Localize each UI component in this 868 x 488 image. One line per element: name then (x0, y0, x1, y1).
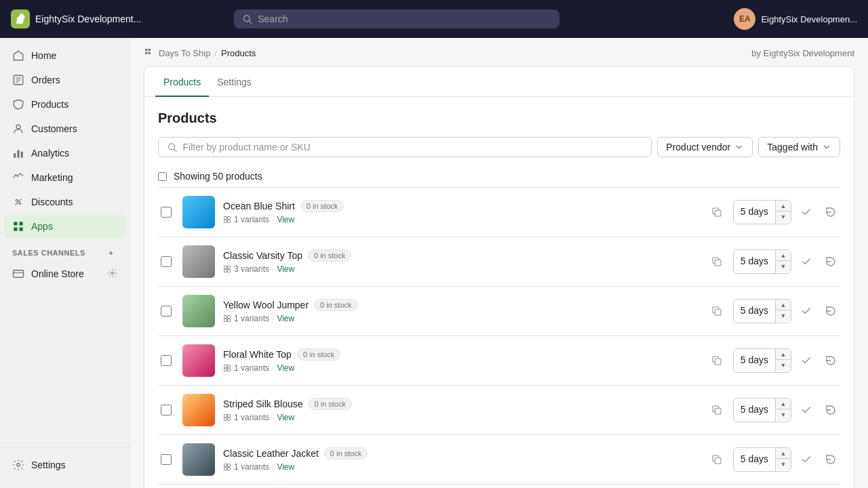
copy-button-3[interactable] (706, 350, 728, 371)
days-increase-2[interactable]: ▲ (776, 300, 791, 310)
add-sales-channel-button[interactable]: + (105, 247, 117, 259)
sidebar-item-online-store[interactable]: Online Store (4, 262, 125, 285)
settings-icon (12, 459, 24, 471)
product-checkbox-4[interactable] (158, 405, 174, 415)
svg-rect-15 (14, 228, 17, 231)
reset-button-5[interactable] (821, 450, 840, 469)
reset-button-4[interactable] (821, 401, 840, 420)
customers-icon (12, 123, 24, 135)
days-value: 5 days (734, 448, 776, 470)
copy-button-2[interactable] (706, 300, 728, 322)
online-store-settings-icon[interactable] (108, 268, 117, 280)
svg-rect-45 (228, 369, 231, 371)
tagged-with-filter[interactable]: Tagged with (758, 137, 840, 157)
svg-rect-17 (14, 270, 24, 278)
tab-settings[interactable]: Settings (209, 67, 260, 97)
product-vendor-filter[interactable]: Product vendor (657, 137, 753, 157)
product-checkbox-2[interactable] (158, 306, 174, 317)
svg-line-1 (250, 21, 252, 23)
svg-rect-52 (224, 464, 227, 467)
product-filter-input[interactable] (182, 142, 643, 152)
variant-count: 3 variants (234, 264, 269, 274)
days-decrease-0[interactable]: ▼ (776, 211, 791, 222)
view-link[interactable]: View (277, 462, 294, 472)
view-link[interactable]: View (277, 264, 294, 274)
reset-button-2[interactable] (821, 302, 840, 321)
product-controls-0: 5 days ▲ ▼ (706, 200, 840, 224)
svg-rect-53 (228, 464, 231, 467)
reset-button-1[interactable] (821, 252, 840, 271)
copy-button-0[interactable] (706, 201, 728, 223)
search-bar[interactable] (234, 9, 559, 28)
days-decrease-4[interactable]: ▼ (776, 409, 791, 420)
svg-rect-48 (228, 415, 231, 418)
days-increase-4[interactable]: ▲ (776, 399, 791, 409)
sidebar-item-products[interactable]: Products (4, 93, 125, 116)
sidebar-item-apps[interactable]: Apps (4, 215, 125, 238)
stock-badge: 0 in stock (300, 200, 344, 212)
breadcrumb-parent[interactable]: Days To Ship (159, 48, 210, 58)
product-checkbox-3[interactable] (158, 355, 174, 366)
confirm-button-0[interactable] (797, 203, 816, 222)
days-decrease-3[interactable]: ▼ (776, 360, 791, 371)
store-name-right: EightySix Developmen... (761, 14, 857, 24)
copy-button-1[interactable] (706, 251, 728, 272)
confirm-button-4[interactable] (797, 401, 816, 420)
products-list: Ocean Blue Shirt 0 in stock 1 variants ·… (158, 188, 840, 488)
sidebar-item-marketing[interactable]: Marketing (4, 166, 125, 189)
view-link[interactable]: View (277, 413, 294, 422)
view-link[interactable]: View (277, 215, 294, 224)
days-increase-5[interactable]: ▲ (776, 448, 791, 459)
days-decrease-1[interactable]: ▼ (776, 261, 791, 272)
sidebar-item-orders[interactable]: Orders (4, 68, 125, 92)
copy-button-4[interactable] (706, 399, 728, 421)
days-increase-3[interactable]: ▲ (776, 349, 791, 360)
copy-button-5[interactable] (706, 449, 728, 470)
days-decrease-5[interactable]: ▼ (776, 459, 791, 470)
product-checkbox-1[interactable] (158, 256, 174, 267)
reset-button-3[interactable] (821, 351, 840, 370)
product-checkbox-5[interactable] (158, 454, 174, 465)
store-name: EightySix Development... (35, 14, 141, 24)
sidebar-item-analytics[interactable]: Analytics (4, 142, 125, 165)
days-increase-0[interactable]: ▲ (776, 201, 791, 211)
sidebar-item-customers[interactable]: Customers (4, 117, 125, 140)
confirm-button-5[interactable] (797, 450, 816, 469)
product-search-filter[interactable] (158, 137, 652, 157)
store-logo[interactable]: EightySix Development... (11, 9, 141, 28)
variant-icon (223, 463, 231, 471)
svg-rect-33 (228, 266, 231, 269)
svg-rect-40 (228, 319, 231, 322)
confirm-button-3[interactable] (797, 351, 816, 370)
view-link[interactable]: View (277, 363, 294, 373)
days-increase-1[interactable]: ▲ (776, 250, 791, 261)
sidebar-item-home[interactable]: Home (4, 44, 125, 67)
tab-products[interactable]: Products (155, 67, 209, 97)
search-input[interactable] (258, 14, 551, 24)
breadcrumb: Days To Ship / Products (144, 47, 256, 58)
discounts-icon (12, 196, 24, 208)
table-row: Classic Leather Jacket 0 in stock 1 vari… (158, 435, 840, 485)
svg-rect-51 (715, 408, 721, 414)
reset-button-0[interactable] (821, 203, 840, 222)
svg-rect-54 (224, 468, 227, 470)
view-link[interactable]: View (277, 314, 294, 323)
confirm-button-2[interactable] (797, 302, 816, 321)
avatar[interactable]: EA (734, 8, 755, 30)
sidebar-item-settings[interactable]: Settings (4, 453, 125, 476)
product-name: Yellow Wool Jumper (223, 300, 309, 310)
topnav: EightySix Development... EA EightySix De… (0, 0, 868, 38)
confirm-button-1[interactable] (797, 252, 816, 271)
svg-rect-47 (224, 415, 227, 418)
sidebar-item-discounts[interactable]: Discounts (4, 190, 125, 214)
product-checkbox-0[interactable] (158, 207, 174, 218)
select-all-checkbox[interactable] (158, 172, 167, 181)
variant-count: 1 variants (234, 363, 269, 373)
product-info-1: Classic Varsity Top 0 in stock 3 variant… (223, 249, 698, 274)
stock-badge: 0 in stock (308, 249, 351, 262)
sidebar-label-settings: Settings (31, 460, 66, 470)
days-decrease-2[interactable]: ▼ (776, 310, 791, 321)
breadcrumb-current: Products (221, 48, 256, 58)
product-controls-3: 5 days ▲ ▼ (706, 348, 840, 372)
product-image-4 (182, 394, 215, 426)
